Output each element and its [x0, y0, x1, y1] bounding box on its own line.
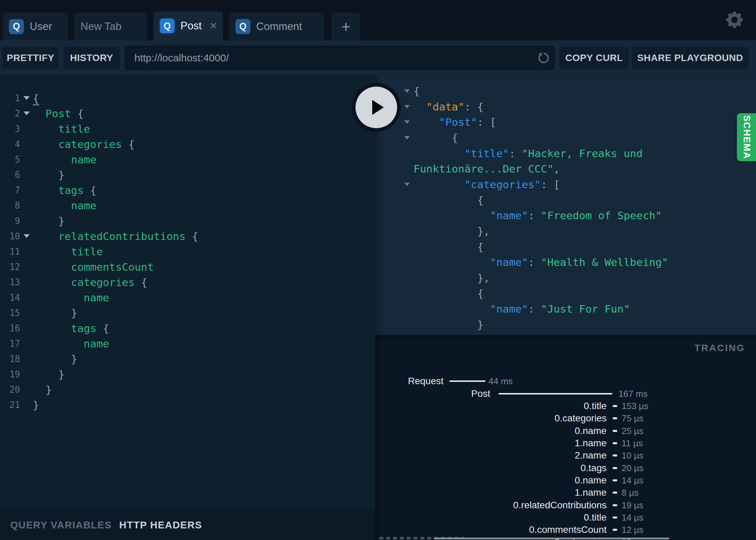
fold-arrow-icon[interactable] [404, 136, 413, 139]
code-text: "title": "Hacker, Freaks und [413, 147, 643, 160]
fold-arrow-icon[interactable] [404, 105, 413, 108]
tab-new-tab[interactable]: New Tab [74, 13, 147, 40]
response-pane[interactable]: { "data": { "Post": [ { "title": "Hacker… [375, 75, 756, 335]
settings-button[interactable] [725, 10, 744, 29]
tab-user[interactable]: QUser [3, 13, 68, 40]
fold-arrow-icon[interactable] [404, 120, 413, 124]
code-line: 15 } [0, 305, 375, 320]
line-number: 17 [0, 339, 20, 349]
prettify-button[interactable]: PRETTIFY [2, 47, 59, 69]
execute-query-button[interactable] [352, 83, 401, 132]
tab-label: New Tab [81, 20, 121, 33]
trace-duration-value: 153 µs [622, 400, 649, 412]
trace-dash-icon [613, 417, 617, 419]
share-playground-button[interactable]: SHARE PLAYGROUND [632, 47, 748, 69]
code-text: "Post": [ [413, 116, 496, 128]
trace-duration-value: 11 µs [622, 437, 643, 449]
gear-icon [726, 11, 743, 28]
code-line: { [404, 239, 756, 255]
line-number: 10 [0, 231, 20, 241]
line-number: 20 [0, 385, 20, 395]
code-text: title [33, 245, 103, 258]
code-line: 13 categories { [0, 274, 375, 290]
line-number: 15 [0, 308, 20, 318]
line-number: 21 [0, 400, 20, 410]
code-text: categories { [33, 138, 135, 150]
trace-label: 0.commentsCount [529, 524, 607, 536]
query-editor-pane[interactable]: 1{2 Post {3 title4 categories {5 name6 }… [0, 75, 375, 510]
chevron-down-icon [404, 89, 410, 93]
code-text: { [413, 287, 483, 300]
reload-schema-button[interactable] [533, 48, 554, 68]
chevron-down-icon [404, 136, 410, 139]
tab-list: QUserNew TabQPost✕QComment+ [0, 12, 360, 40]
trace-row: Post167 ms [375, 388, 756, 400]
code-line: "name": "Health & Wellbeing" [404, 255, 756, 270]
trace-duration-value: 14 µs [622, 474, 643, 486]
code-text: { [413, 132, 458, 144]
trace-row: Request44 ms [375, 375, 756, 387]
trace-label: 0.tags [581, 462, 607, 474]
trace-row: 0.categories75 µs [375, 412, 756, 424]
line-number: 11 [0, 246, 20, 257]
code-line: 7 tags { [0, 182, 375, 198]
editor-footer-bar: QUERY VARIABLES HTTP HEADERS [0, 510, 375, 540]
trace-duration-value: 167 ms [619, 388, 648, 400]
fold-arrow-icon[interactable] [404, 183, 413, 186]
trace-duration-value: 14 µs [622, 511, 643, 524]
trace-label: 0.name [575, 425, 607, 437]
code-text: { [33, 92, 39, 104]
trace-row: 0.title153 µs [375, 400, 756, 412]
code-text: { [413, 194, 483, 206]
code-text: categories { [33, 276, 147, 288]
code-line: ] [404, 332, 756, 335]
code-text: } [33, 368, 64, 380]
fold-arrow-icon[interactable] [20, 96, 33, 100]
line-number: 7 [0, 185, 20, 195]
trace-row: 0.commentsCount12 µs [375, 524, 756, 536]
code-text: name [33, 338, 109, 350]
fold-arrow-icon[interactable] [404, 89, 413, 93]
line-number: 16 [0, 323, 20, 333]
schema-tab-button[interactable]: SCHEMA [737, 113, 756, 161]
code-line: 11 title [0, 244, 375, 259]
code-text: tags { [33, 184, 97, 196]
tab-comment[interactable]: QComment [229, 13, 324, 40]
tab-post[interactable]: QPost✕ [154, 12, 223, 40]
code-line: }, [404, 270, 756, 286]
trace-dash-icon [613, 516, 617, 519]
endpoint-url-input[interactable] [126, 52, 533, 64]
trace-duration-bar [498, 393, 612, 394]
code-line: 3 title [0, 121, 375, 136]
new-tab-button[interactable]: + [332, 13, 360, 40]
line-number: 19 [0, 369, 20, 379]
trace-duration-value: 10 µs [622, 449, 643, 462]
code-line: 4 categories { [0, 136, 375, 152]
trace-label: 2.name [575, 449, 607, 462]
copy-curl-button[interactable]: COPY CURL [559, 47, 629, 69]
code-text: } [413, 318, 483, 331]
chevron-down-icon [404, 183, 410, 186]
code-line: { [404, 192, 756, 208]
fold-arrow-icon[interactable] [20, 234, 33, 238]
trace-row: 2.name10 µs [375, 449, 756, 462]
http-headers-tab[interactable]: HTTP HEADERS [119, 520, 202, 531]
code-text: Funktionäre...Der CCC", [413, 163, 560, 175]
code-text: "name": "Health & Wellbeing" [413, 256, 668, 268]
fold-arrow-icon[interactable] [20, 111, 33, 115]
query-variables-tab[interactable]: QUERY VARIABLES [10, 520, 112, 531]
chevron-down-icon [24, 111, 30, 115]
close-tab-icon[interactable]: ✕ [205, 20, 217, 31]
code-line: Funktionäre...Der CCC", [404, 161, 756, 177]
chevron-down-icon [24, 96, 30, 100]
line-number: 14 [0, 292, 20, 303]
play-icon [372, 100, 384, 115]
code-line: }, [404, 223, 756, 239]
code-line: 9 } [0, 213, 375, 228]
trace-row: 0.relatedContributions19 µs [375, 499, 756, 511]
history-button[interactable]: HISTORY [63, 47, 120, 69]
tracing-scrollbar[interactable] [434, 538, 669, 539]
line-number: 9 [0, 216, 20, 226]
trace-dash-icon [613, 454, 617, 456]
query-editor-lines: 1{2 Post {3 title4 categories {5 name6 }… [0, 75, 375, 412]
